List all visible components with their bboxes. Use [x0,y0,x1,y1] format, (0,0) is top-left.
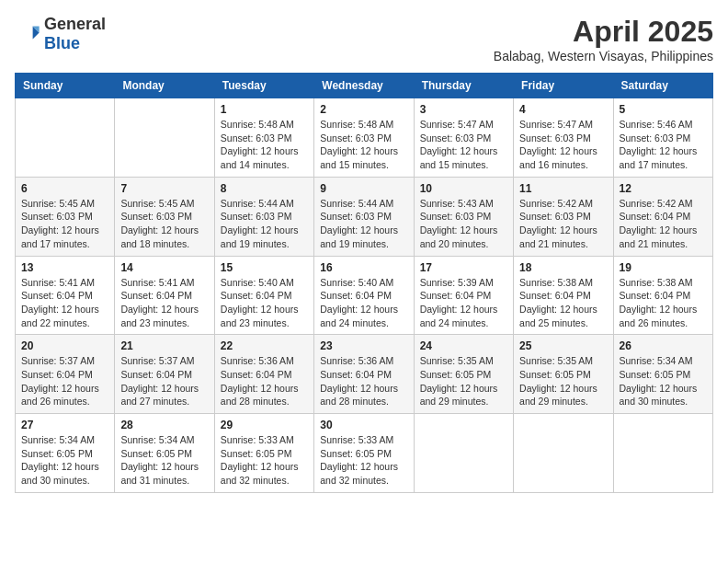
column-header-sunday: Sunday [16,74,115,98]
calendar-cell: 12Sunrise: 5:42 AMSunset: 6:04 PMDayligh… [613,177,712,256]
day-info: Sunrise: 5:45 AMSunset: 6:03 PMDaylight:… [21,197,108,251]
page-header: General Blue April 2025 Balabag, Western… [15,15,713,63]
calendar-cell: 4Sunrise: 5:47 AMSunset: 6:03 PMDaylight… [514,98,613,178]
logo-blue: Blue [44,34,80,52]
day-info: Sunrise: 5:45 AMSunset: 6:03 PMDaylight:… [120,197,208,251]
day-info: Sunrise: 5:48 AMSunset: 6:03 PMDaylight:… [320,118,407,172]
calendar-cell: 14Sunrise: 5:41 AMSunset: 6:04 PMDayligh… [115,256,214,335]
calendar-cell: 23Sunrise: 5:36 AMSunset: 6:04 PMDayligh… [314,335,414,414]
day-number: 26 [620,339,707,352]
calendar-cell: 6Sunrise: 5:45 AMSunset: 6:03 PMDaylight… [16,177,115,256]
calendar-cell: 24Sunrise: 5:35 AMSunset: 6:05 PMDayligh… [414,335,513,414]
calendar-cell: 16Sunrise: 5:40 AMSunset: 6:04 PMDayligh… [314,256,414,335]
day-number: 25 [519,339,607,352]
day-number: 13 [21,261,108,274]
calendar-cell: 21Sunrise: 5:37 AMSunset: 6:04 PMDayligh… [115,335,214,414]
column-header-monday: Monday [115,74,214,98]
day-number: 10 [420,182,507,195]
calendar-cell [16,98,115,178]
day-info: Sunrise: 5:46 AMSunset: 6:03 PMDaylight:… [620,118,707,172]
day-number: 18 [519,261,607,274]
calendar-cell: 1Sunrise: 5:48 AMSunset: 6:03 PMDaylight… [214,98,313,178]
day-number: 3 [420,103,507,116]
day-number: 17 [420,261,507,274]
calendar-cell: 26Sunrise: 5:34 AMSunset: 6:05 PMDayligh… [613,335,712,414]
calendar-cell: 7Sunrise: 5:45 AMSunset: 6:03 PMDaylight… [115,177,214,256]
day-number: 4 [519,103,607,116]
day-number: 2 [320,103,407,116]
day-info: Sunrise: 5:34 AMSunset: 6:05 PMDaylight:… [21,433,108,488]
day-number: 28 [120,419,208,431]
logo: General Blue [15,15,106,53]
calendar-cell: 27Sunrise: 5:34 AMSunset: 6:05 PMDayligh… [16,414,115,493]
day-number: 30 [320,419,407,431]
day-info: Sunrise: 5:41 AMSunset: 6:04 PMDaylight:… [120,276,208,330]
day-number: 6 [21,182,108,195]
calendar-cell: 11Sunrise: 5:42 AMSunset: 6:03 PMDayligh… [514,177,613,256]
logo-text: General Blue [44,15,106,53]
calendar-cell: 28Sunrise: 5:34 AMSunset: 6:05 PMDayligh… [115,414,214,493]
day-info: Sunrise: 5:37 AMSunset: 6:04 PMDaylight:… [120,354,208,408]
day-number: 7 [120,182,208,195]
day-number: 11 [519,182,607,195]
day-number: 23 [320,339,407,352]
day-info: Sunrise: 5:35 AMSunset: 6:05 PMDaylight:… [420,354,507,408]
day-number: 29 [221,419,308,431]
day-info: Sunrise: 5:40 AMSunset: 6:04 PMDaylight:… [221,276,308,330]
day-info: Sunrise: 5:47 AMSunset: 6:03 PMDaylight:… [519,118,607,172]
calendar-cell: 15Sunrise: 5:40 AMSunset: 6:04 PMDayligh… [214,256,313,335]
calendar-cell [414,414,513,493]
day-info: Sunrise: 5:39 AMSunset: 6:04 PMDaylight:… [420,276,507,330]
day-number: 14 [120,261,208,274]
calendar-cell [514,414,613,493]
week-row-3: 13Sunrise: 5:41 AMSunset: 6:04 PMDayligh… [16,256,713,335]
day-info: Sunrise: 5:38 AMSunset: 6:04 PMDaylight:… [519,276,607,330]
day-number: 27 [21,419,108,431]
calendar-cell: 30Sunrise: 5:33 AMSunset: 6:05 PMDayligh… [314,414,414,493]
day-number: 5 [620,103,707,116]
day-info: Sunrise: 5:48 AMSunset: 6:03 PMDaylight:… [221,118,308,172]
day-number: 12 [620,182,707,195]
day-info: Sunrise: 5:33 AMSunset: 6:05 PMDaylight:… [320,433,407,488]
day-info: Sunrise: 5:43 AMSunset: 6:03 PMDaylight:… [420,197,507,251]
calendar-cell: 5Sunrise: 5:46 AMSunset: 6:03 PMDaylight… [613,98,712,178]
day-info: Sunrise: 5:42 AMSunset: 6:04 PMDaylight:… [620,197,707,251]
calendar-cell: 29Sunrise: 5:33 AMSunset: 6:05 PMDayligh… [214,414,313,493]
day-number: 20 [21,339,108,352]
day-info: Sunrise: 5:40 AMSunset: 6:04 PMDaylight:… [320,276,407,330]
calendar-cell: 17Sunrise: 5:39 AMSunset: 6:04 PMDayligh… [414,256,513,335]
column-header-wednesday: Wednesday [314,74,414,98]
day-number: 22 [221,339,308,352]
calendar-table: SundayMondayTuesdayWednesdayThursdayFrid… [15,73,713,493]
day-info: Sunrise: 5:35 AMSunset: 6:05 PMDaylight:… [519,354,607,408]
day-info: Sunrise: 5:38 AMSunset: 6:04 PMDaylight:… [620,276,707,330]
calendar-cell [613,414,712,493]
calendar-cell: 22Sunrise: 5:36 AMSunset: 6:04 PMDayligh… [214,335,313,414]
day-number: 16 [320,261,407,274]
title-block: April 2025 Balabag, Western Visayas, Phi… [494,15,713,63]
day-number: 1 [221,103,308,116]
calendar-cell: 8Sunrise: 5:44 AMSunset: 6:03 PMDaylight… [214,177,313,256]
day-info: Sunrise: 5:33 AMSunset: 6:05 PMDaylight:… [221,433,308,488]
calendar-cell: 9Sunrise: 5:44 AMSunset: 6:03 PMDaylight… [314,177,414,256]
column-header-friday: Friday [514,74,613,98]
calendar-cell [115,98,214,178]
day-number: 24 [420,339,507,352]
day-info: Sunrise: 5:42 AMSunset: 6:03 PMDaylight:… [519,197,607,251]
week-row-4: 20Sunrise: 5:37 AMSunset: 6:04 PMDayligh… [16,335,713,414]
calendar-cell: 2Sunrise: 5:48 AMSunset: 6:03 PMDaylight… [314,98,414,178]
calendar-cell: 10Sunrise: 5:43 AMSunset: 6:03 PMDayligh… [414,177,513,256]
week-row-1: 1Sunrise: 5:48 AMSunset: 6:03 PMDaylight… [16,98,713,178]
column-header-tuesday: Tuesday [214,74,313,98]
day-info: Sunrise: 5:41 AMSunset: 6:04 PMDaylight:… [21,276,108,330]
day-info: Sunrise: 5:44 AMSunset: 6:03 PMDaylight:… [221,197,308,251]
day-info: Sunrise: 5:37 AMSunset: 6:04 PMDaylight:… [21,354,108,408]
day-info: Sunrise: 5:36 AMSunset: 6:04 PMDaylight:… [320,354,407,408]
week-row-5: 27Sunrise: 5:34 AMSunset: 6:05 PMDayligh… [16,414,713,493]
calendar-cell: 13Sunrise: 5:41 AMSunset: 6:04 PMDayligh… [16,256,115,335]
day-number: 9 [320,182,407,195]
logo-icon [15,21,40,47]
calendar-cell: 19Sunrise: 5:38 AMSunset: 6:04 PMDayligh… [613,256,712,335]
day-info: Sunrise: 5:47 AMSunset: 6:03 PMDaylight:… [420,118,507,172]
month-title: April 2025 [494,15,713,49]
